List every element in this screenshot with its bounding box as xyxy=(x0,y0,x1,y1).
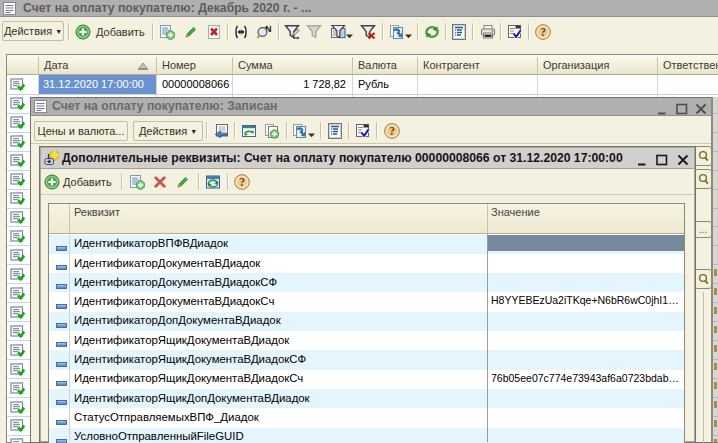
svg-text:?: ? xyxy=(389,125,395,137)
svg-text:?: ? xyxy=(540,26,546,38)
svg-text:?: ? xyxy=(239,176,245,188)
